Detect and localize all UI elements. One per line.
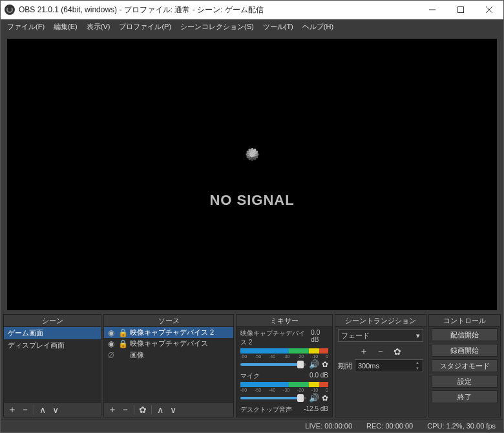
transition-settings-button[interactable]: ✿ xyxy=(392,346,403,357)
mixer-channel: マイク0.0 dB -60-50-40-30-20-100 🔊✿ xyxy=(236,371,332,405)
lock-icon[interactable] xyxy=(118,350,127,361)
source-label: 画像 xyxy=(130,350,144,360)
visibility-icon[interactable]: ◉ xyxy=(107,339,116,348)
transition-select[interactable]: フェード▾ xyxy=(338,329,423,342)
channel-name: デスクトップ音声 xyxy=(240,405,292,414)
vu-meter xyxy=(240,382,328,387)
mixer-channel: 映像キャプチャデバイス 20.0 dB -60-50-40-30-20-100 … xyxy=(236,328,332,371)
source-settings-button[interactable]: ✿ xyxy=(137,404,149,416)
add-source-button[interactable]: ＋ xyxy=(107,404,118,416)
scenes-list[interactable]: ゲーム画面 ディスプレイ画面 xyxy=(4,327,101,402)
lock-icon[interactable]: 🔒 xyxy=(118,328,127,337)
source-label: 映像キャプチャデバイス xyxy=(130,339,208,348)
source-up-button[interactable]: ∧ xyxy=(154,404,166,416)
loading-spinner-icon xyxy=(234,151,270,187)
controls-header: コントロール xyxy=(429,315,500,327)
channel-db: 0.0 dB xyxy=(310,372,328,381)
scene-down-button[interactable]: ∨ xyxy=(50,404,61,416)
lock-icon[interactable]: 🔒 xyxy=(118,339,127,348)
menu-scene-collection[interactable]: シーンコレクション(S) xyxy=(176,21,258,33)
sources-toolbar: ＋ － ✿ ∧ ∨ xyxy=(104,402,233,417)
channel-name: 映像キャプチャデバイス 2 xyxy=(240,329,311,347)
menu-help[interactable]: ヘルプ(H) xyxy=(299,21,337,33)
speaker-icon[interactable]: 🔊 xyxy=(309,393,319,403)
transition-panel: シーントランジション フェード▾ ＋ － ✿ 期間 300ms ▲▼ xyxy=(335,314,426,417)
meter-ticks: -60-50-40-30-20-100 xyxy=(240,354,328,359)
menu-view[interactable]: 表示(V) xyxy=(83,21,114,33)
volume-slider[interactable] xyxy=(240,363,306,366)
add-scene-button[interactable]: ＋ xyxy=(6,404,18,416)
controls-panel: コントロール 配信開始 録画開始 スタジオモード 設定 終了 xyxy=(428,314,501,417)
menubar: ファイル(F) 編集(E) 表示(V) プロファイル(P) シーンコレクション(… xyxy=(1,19,503,34)
start-stream-button[interactable]: 配信開始 xyxy=(432,328,498,341)
duration-label: 期間 xyxy=(338,361,352,371)
channel-name: マイク xyxy=(240,372,260,381)
mixer-header: ミキサー xyxy=(236,315,332,327)
settings-button[interactable]: 設定 xyxy=(432,375,498,388)
scene-item[interactable]: ディスプレイ画面 xyxy=(4,339,101,352)
status-bar: LIVE: 00:00:00 REC: 00:00:00 CPU: 1.2%, … xyxy=(1,419,503,432)
menu-file[interactable]: ファイル(F) xyxy=(3,21,48,33)
channel-settings-icon[interactable]: ✿ xyxy=(322,360,328,369)
scene-item[interactable]: ゲーム画面 xyxy=(4,327,101,339)
chevron-down-icon: ▾ xyxy=(416,332,420,340)
maximize-button[interactable] xyxy=(446,1,475,19)
scenes-panel: シーン ゲーム画面 ディスプレイ画面 ＋ － ∧ ∨ xyxy=(3,314,101,417)
remove-scene-button[interactable]: － xyxy=(19,404,31,416)
sources-list[interactable]: ◉ 🔒 映像キャプチャデバイス 2 ◉ 🔒 映像キャプチャデバイス Ø 画像 xyxy=(104,327,233,402)
sources-panel: ソース ◉ 🔒 映像キャプチャデバイス 2 ◉ 🔒 映像キャプチャデバイス Ø xyxy=(103,314,234,417)
remove-transition-button[interactable]: － xyxy=(375,346,386,357)
window-title: OBS 21.0.1 (64bit, windows) - プロファイル: 通常… xyxy=(19,5,264,16)
status-live: LIVE: 00:00:00 xyxy=(305,422,352,430)
source-down-button[interactable]: ∨ xyxy=(167,404,179,416)
close-button[interactable] xyxy=(475,1,503,19)
minimize-button[interactable] xyxy=(418,1,446,19)
source-item[interactable]: ◉ 🔒 映像キャプチャデバイス 2 xyxy=(104,327,233,338)
no-signal-text: NO SIGNAL xyxy=(209,192,294,209)
menu-edit[interactable]: 編集(E) xyxy=(50,21,81,33)
scene-up-button[interactable]: ∧ xyxy=(37,404,48,416)
spin-up-icon[interactable]: ▲ xyxy=(414,360,421,366)
menu-profile[interactable]: プロファイル(P) xyxy=(115,21,175,33)
mixer-channel: デスクトップ音声-12.5 dB xyxy=(236,405,332,416)
scenes-header: シーン xyxy=(4,315,101,327)
source-item[interactable]: Ø 画像 xyxy=(104,349,233,361)
transition-header: シーントランジション xyxy=(335,315,426,327)
exit-button[interactable]: 終了 xyxy=(432,390,498,403)
titlebar[interactable]: OBS 21.0.1 (64bit, windows) - プロファイル: 通常… xyxy=(1,1,503,19)
channel-db: -12.5 dB xyxy=(304,405,328,414)
visibility-icon[interactable]: ◉ xyxy=(107,328,116,337)
remove-source-button[interactable]: － xyxy=(120,404,131,416)
mixer-list: 映像キャプチャデバイス 20.0 dB -60-50-40-30-20-100 … xyxy=(236,327,332,417)
spin-down-icon[interactable]: ▼ xyxy=(414,366,421,372)
channel-db: 0.0 dB xyxy=(311,329,328,347)
no-signal-overlay: NO SIGNAL xyxy=(209,151,294,209)
visibility-off-icon[interactable]: Ø xyxy=(107,351,116,360)
duration-spinner[interactable]: 300ms ▲▼ xyxy=(355,359,423,372)
source-item[interactable]: ◉ 🔒 映像キャプチャデバイス xyxy=(104,338,233,349)
preview-area[interactable]: NO SIGNAL xyxy=(7,39,497,310)
mixer-panel: ミキサー 映像キャプチャデバイス 20.0 dB -60-50-40-30-20… xyxy=(236,314,333,417)
menu-tools[interactable]: ツール(T) xyxy=(259,21,297,33)
meter-ticks: -60-50-40-30-20-100 xyxy=(240,388,328,392)
speaker-icon[interactable]: 🔊 xyxy=(309,359,319,369)
status-cpu: CPU: 1.2%, 30.00 fps xyxy=(427,422,496,430)
volume-slider[interactable] xyxy=(240,397,306,399)
studio-mode-button[interactable]: スタジオモード xyxy=(432,359,498,372)
scenes-toolbar: ＋ － ∧ ∨ xyxy=(4,402,101,417)
sources-header: ソース xyxy=(104,315,233,327)
vu-meter xyxy=(240,348,328,354)
start-record-button[interactable]: 録画開始 xyxy=(432,344,498,357)
app-logo-icon xyxy=(5,5,15,15)
add-transition-button[interactable]: ＋ xyxy=(358,346,370,357)
source-label: 映像キャプチャデバイス 2 xyxy=(130,328,214,337)
status-rec: REC: 00:00:00 xyxy=(366,422,413,430)
svg-rect-1 xyxy=(458,7,464,13)
app-window: OBS 21.0.1 (64bit, windows) - プロファイル: 通常… xyxy=(0,0,504,433)
channel-settings-icon[interactable]: ✿ xyxy=(322,394,328,403)
